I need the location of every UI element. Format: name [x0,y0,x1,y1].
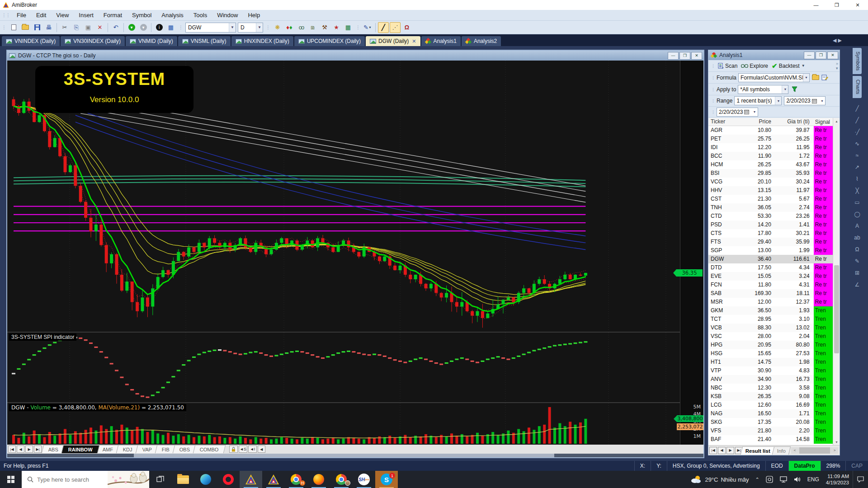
favorites-button[interactable]: ★ [331,22,342,33]
analysis-titlebar[interactable]: Analysis1 — ❐ ✕ [708,50,840,60]
taskbar-firefox[interactable] [307,471,330,488]
drawing-tool-icon-6[interactable]: ⌇ [851,173,863,185]
chart-horizontal-scrollbar[interactable] [7,454,703,457]
table-row-FCN[interactable]: FCN11.804.31Re tr [708,281,833,289]
docked-tab-charts[interactable]: Charts [853,76,862,98]
chart-area[interactable]: 3S-SYSTEM Version 10.0.0 3S-SYSTEM SPI i… [7,61,703,457]
formula-combo[interactable]: Formulas\Custom\NVM.SIEUI ▼ [738,73,810,82]
table-vertical-scrollbar[interactable]: ▲ ▼ [833,118,840,445]
taskbar-edge[interactable] [194,471,217,488]
scan-button[interactable]: Scan [725,63,737,69]
footer-tab-result-list[interactable]: Result list [741,446,775,455]
tools-button[interactable]: ⚒ [319,22,330,33]
doc-tab-vn30index-daily-[interactable]: VN30INDEX (Daily) [61,36,125,46]
table-row-VCB[interactable]: VCB88.3013.02Tren [708,324,833,332]
table-row-MSR[interactable]: MSR12.0012.37Re tr [708,298,833,306]
lock-button[interactable] [229,446,238,453]
scroll-to-interval-button[interactable]: ◄I [248,446,257,453]
explore-button[interactable]: Explore [750,63,768,69]
explore-glasses-button[interactable]: oo [296,22,307,33]
table-row-HHV[interactable]: HHV13.1511.97Re tr [708,186,833,195]
spi-indicator-pane[interactable] [7,333,680,402]
quote-editor-button[interactable]: ▦ [165,22,176,33]
draw-dotted-line-button[interactable]: ⋰ [390,22,401,33]
doc-tab-vnindex-daily-[interactable]: VNINDEX (Daily) [2,36,60,46]
table-row-SGP[interactable]: SGP13.001.99Re tr [708,246,833,255]
scroll-down-arrow[interactable]: ▼ [833,439,840,445]
nav-back-button[interactable]: ▾ [126,22,137,33]
taskbar-chrome[interactable]: H [285,471,307,488]
date-from-field[interactable]: 2/20/2023 ▼ [784,96,826,105]
doc-tab-analysis2[interactable]: Analysis2 [462,36,501,46]
table-row-VFS[interactable]: VFS21.802.20Tren [708,427,833,435]
table-row-HSG[interactable]: HSG15.6527.53Tren [708,349,833,358]
doc-tab-vnsml-daily-[interactable]: VNSML (Daily) [178,36,231,46]
volume-tray-icon[interactable] [794,476,801,483]
date-dropdown-arrow[interactable]: ▼ [819,97,825,105]
drawing-tool-icon-5[interactable]: ↗ [851,161,863,173]
menu-file[interactable]: File [12,11,31,19]
drawing-tool-icon-4[interactable]: ≈ [851,150,863,161]
delete-button[interactable]: ✕ [94,22,105,33]
info-button[interactable]: i [154,22,165,33]
table-row-HCM[interactable]: HCM26.2543.67Re tr [708,160,833,169]
maximize-button[interactable]: ❐ [826,0,847,10]
date-dropdown-arrow[interactable]: ▼ [751,108,758,116]
table-row-IDI[interactable]: IDI12.2011.95Re tr [708,143,833,152]
drawing-tool-icon-11[interactable]: ab [851,232,863,244]
drawing-tool-icon-0[interactable]: ╱ [851,103,863,114]
calendar-icon[interactable] [744,109,749,114]
save-button[interactable] [32,22,42,33]
drawing-tool-icon-3[interactable]: ∿ [851,138,863,150]
sheet-nav-1[interactable]: ◀ [17,446,24,453]
table-row-DGW[interactable]: DGW36.40116.61Re tr [708,255,833,263]
draw-line-button[interactable]: ╱ [378,22,389,33]
column-header-ticker[interactable]: Ticker [708,118,746,126]
taskbar-amibroker-2[interactable] [262,471,285,488]
table-row-CTD[interactable]: CTD53.3023.26Re tr [708,212,833,221]
formula-open-icon[interactable] [812,75,819,80]
menu-insert[interactable]: Insert [74,11,99,19]
apply-to-combo[interactable]: *All symbols ▼ [738,85,788,94]
scroll-to-symbol-button[interactable]: ◄S [239,446,247,453]
table-row-EVE[interactable]: EVE15.053.24Re tr [708,272,833,281]
footer-tab-info[interactable]: Info [772,446,791,455]
table-row-VTP[interactable]: VTP30.904.83Tren [708,366,833,375]
weather-widget[interactable]: 29°C Nhiều mây [690,475,749,484]
formula-dropdown-arrow[interactable]: ▼ [803,74,809,82]
drawing-tool-icon-8[interactable]: ▭ [851,197,863,208]
open-file-button[interactable] [20,22,31,33]
close-button[interactable]: ✕ [847,0,868,10]
range-dropdown-arrow[interactable]: ▼ [775,97,781,105]
scrollbar-thumb[interactable] [799,447,830,454]
drawing-tool-icon-14[interactable]: ⊞ [851,267,863,279]
scroll-up-arrow[interactable]: ▲ [833,118,840,124]
table-row-BAF[interactable]: BAF21.4014.58Tren [708,435,833,444]
table-row-GKM[interactable]: GKM36.501.93Tren [708,306,833,315]
result-nav-2[interactable]: ▶ [726,447,734,454]
table-row-SAB[interactable]: SAB169.3018.11Re tr [708,289,833,298]
footer-scrollbar[interactable]: <> [791,447,838,454]
table-row-FTS[interactable]: FTS29.4035.99Re tr [708,238,833,246]
column-header-signal[interactable]: Signal [814,118,833,126]
menu-window[interactable]: Window [212,11,243,19]
table-row-LCG[interactable]: LCG12.6016.69Tren [708,401,833,409]
drawing-tool-icon-1[interactable]: ╱ [851,114,863,126]
taskbar-skype[interactable]: S1 [375,471,398,488]
drawing-tool-icon-9[interactable]: ◯ [851,208,863,220]
start-button[interactable] [0,471,22,488]
undo-button[interactable]: ↶ [110,22,121,33]
print-button[interactable]: 🖶 [43,22,54,33]
filter-icon[interactable] [792,86,797,92]
task-view-button[interactable] [149,471,172,488]
table-row-SKG[interactable]: SKG17.3520.08Tren [708,418,833,427]
clock-widget[interactable]: 11:09 AM 4/19/2023 [826,473,849,486]
menu-help[interactable]: Help [243,11,265,19]
scrollbar-thumb[interactable] [834,265,839,353]
table-row-VSC[interactable]: VSC28.002.04Tren [708,332,833,341]
copy-button[interactable]: ⎘ [71,22,82,33]
language-indicator[interactable]: ENG [807,476,819,483]
menu-analysis[interactable]: Analysis [156,11,188,19]
date-to-field[interactable]: 2/20/2023 ▼ [717,108,758,117]
sheet-nav-2[interactable]: ▶ [25,446,33,453]
